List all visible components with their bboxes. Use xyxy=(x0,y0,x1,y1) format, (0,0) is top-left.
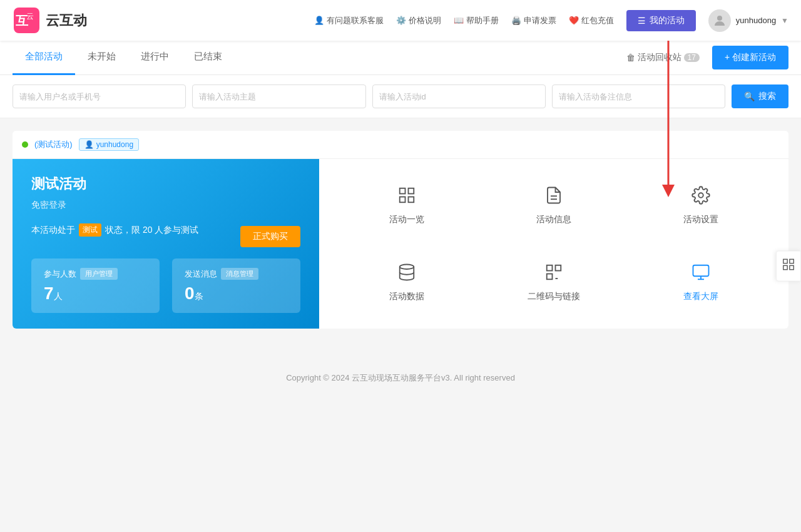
nav-invoice[interactable]: 🖨️ 申请发票 xyxy=(511,15,556,26)
activity-left-panel: 测试活动 免密登录 本活动处于 测试 状态，限 20 人参与测试 正式购买 参与… xyxy=(13,159,319,329)
my-activity-button[interactable]: ☰ 我的活动 xyxy=(626,10,696,31)
action-activity-info[interactable]: 活动信息 xyxy=(485,176,623,235)
user-tag: 👤 yunhudong xyxy=(79,138,139,151)
action-big-screen[interactable]: 查看大屏 xyxy=(632,253,770,312)
nav-customer-service[interactable]: 👤 有问题联系客服 xyxy=(314,15,384,26)
doc-icon xyxy=(544,186,563,209)
action-qrcode[interactable]: 二维码与链接 xyxy=(485,253,623,312)
action-bigscreen-label: 查看大屏 xyxy=(683,291,718,302)
svg-text:云: 云 xyxy=(26,12,34,21)
search-icon: 🔍 xyxy=(744,91,755,101)
nav-pricing[interactable]: ⚙️ 价格说明 xyxy=(396,15,441,26)
svg-rect-26 xyxy=(783,259,787,263)
recycle-tab[interactable]: 🗑 活动回收站 17 xyxy=(626,52,700,63)
test-badge: 测试 xyxy=(79,223,101,237)
activity-header: (测试活动) 👤 yunhudong xyxy=(13,131,788,158)
action-activity-settings[interactable]: 活动设置 xyxy=(632,176,770,235)
search-bar: 🔍 搜索 xyxy=(0,75,801,118)
tabs-bar: 全部活动 未开始 进行中 已结束 🗑 活动回收站 17 + 创建新活动 xyxy=(0,41,801,75)
trash-icon: 🗑 xyxy=(626,53,635,63)
monitor-icon xyxy=(691,263,710,286)
stat-messages-value: 0条 xyxy=(185,284,288,304)
invoice-icon: 🖨️ xyxy=(511,16,521,25)
user-tag-icon: 👤 xyxy=(84,140,94,149)
user-area[interactable]: yunhudong ▼ xyxy=(708,9,788,32)
logo-text: 云互动 xyxy=(46,11,87,30)
header: 互 云 云互动 👤 有问题联系客服 ⚙️ 价格说明 📖 帮助手册 🖨️ 申请发票… xyxy=(0,0,801,41)
dropdown-icon: ▼ xyxy=(781,16,788,25)
svg-rect-4 xyxy=(400,188,406,193)
tabs-left: 全部活动 未开始 进行中 已结束 xyxy=(13,41,626,75)
database-icon xyxy=(397,263,416,286)
gear-icon xyxy=(691,186,710,209)
main-content: (测试活动) 👤 yunhudong 测试活动 免密登录 本活动处于 测试 状态… xyxy=(0,118,801,354)
nav-help[interactable]: 📖 帮助手册 xyxy=(454,15,499,26)
svg-rect-12 xyxy=(547,265,553,270)
pricing-icon: ⚙️ xyxy=(396,16,406,25)
svg-point-10 xyxy=(698,193,703,198)
search-note-input[interactable] xyxy=(552,84,725,108)
avatar xyxy=(708,9,731,32)
tab-all[interactable]: 全部活动 xyxy=(13,41,75,75)
nav-recharge[interactable]: ❤️ 红包充值 xyxy=(569,15,614,26)
search-button[interactable]: 🔍 搜索 xyxy=(732,84,788,108)
activity-desc: 本活动处于 测试 状态，限 20 人参与测试 xyxy=(31,223,198,237)
tab-not-started[interactable]: 未开始 xyxy=(75,41,128,75)
qr-icon xyxy=(544,263,563,286)
svg-rect-13 xyxy=(556,265,561,270)
action-data-label: 活动数据 xyxy=(389,291,424,302)
username: yunhudong xyxy=(736,16,776,25)
svg-rect-29 xyxy=(790,265,793,269)
status-dot xyxy=(22,141,28,148)
svg-rect-27 xyxy=(790,259,793,263)
svg-point-3 xyxy=(717,16,722,21)
help-icon: 📖 xyxy=(454,16,464,25)
list-icon: ☰ xyxy=(638,16,646,26)
activity-type: 免密登录 xyxy=(31,200,300,211)
grid-icon xyxy=(397,186,416,209)
action-qrcode-label: 二维码与链接 xyxy=(528,291,580,302)
recharge-icon: ❤️ xyxy=(569,16,579,25)
svg-rect-21 xyxy=(693,265,709,276)
svg-rect-28 xyxy=(783,265,787,269)
action-settings-label: 活动设置 xyxy=(683,214,718,225)
activity-title: 测试活动 xyxy=(31,175,300,193)
activity-right-panel: 活动一览 活动信息 xyxy=(319,159,788,329)
activity-body: 测试活动 免密登录 本活动处于 测试 状态，限 20 人参与测试 正式购买 参与… xyxy=(13,158,788,329)
stat-participants: 参与人数 用户管理 7人 xyxy=(31,258,160,313)
svg-rect-6 xyxy=(400,197,406,202)
stat-messages: 发送消息 消息管理 0条 xyxy=(172,258,300,313)
stat-participants-value: 7人 xyxy=(44,284,147,304)
svg-point-11 xyxy=(400,264,414,269)
search-topic-input[interactable] xyxy=(192,84,365,108)
stat-participants-label: 参与人数 用户管理 xyxy=(44,268,147,280)
action-activity-data[interactable]: 活动数据 xyxy=(338,253,476,312)
buy-button[interactable]: 正式购买 xyxy=(240,226,300,247)
action-overview-label: 活动一览 xyxy=(389,214,424,225)
layout-icon[interactable] xyxy=(782,258,795,275)
action-info-label: 活动信息 xyxy=(536,214,571,225)
message-manage-button[interactable]: 消息管理 xyxy=(221,268,258,280)
logo-icon: 互 云 xyxy=(13,6,41,34)
recycle-count: 17 xyxy=(684,53,700,62)
nav-links: 👤 有问题联系客服 ⚙️ 价格说明 📖 帮助手册 🖨️ 申请发票 ❤️ 红包充值 xyxy=(314,15,614,26)
stat-messages-label: 发送消息 消息管理 xyxy=(185,268,288,280)
svg-rect-14 xyxy=(547,274,553,279)
tab-in-progress[interactable]: 进行中 xyxy=(128,41,181,75)
search-username-input[interactable] xyxy=(13,84,186,108)
activity-stats: 参与人数 用户管理 7人 发送消息 消息管理 0条 xyxy=(31,258,300,313)
svg-rect-5 xyxy=(409,188,414,193)
logo: 互 云 云互动 xyxy=(13,6,87,34)
user-manage-button[interactable]: 用户管理 xyxy=(80,268,118,280)
desc-row: 本活动处于 测试 状态，限 20 人参与测试 正式购买 xyxy=(31,223,300,249)
right-sidebar[interactable] xyxy=(776,251,801,282)
search-id-input[interactable] xyxy=(372,84,546,108)
activity-section: (测试活动) 👤 yunhudong 测试活动 免密登录 本活动处于 测试 状态… xyxy=(13,131,788,329)
create-activity-button[interactable]: + 创建新活动 xyxy=(712,46,788,69)
activity-name-tag[interactable]: (测试活动) xyxy=(34,139,73,150)
svg-rect-7 xyxy=(409,197,414,202)
tab-ended[interactable]: 已结束 xyxy=(181,41,235,75)
footer: Copyright © 2024 云互动现场互动服务平台v3. All righ… xyxy=(0,354,801,402)
action-activity-overview[interactable]: 活动一览 xyxy=(338,176,476,235)
customer-icon: 👤 xyxy=(314,16,324,25)
